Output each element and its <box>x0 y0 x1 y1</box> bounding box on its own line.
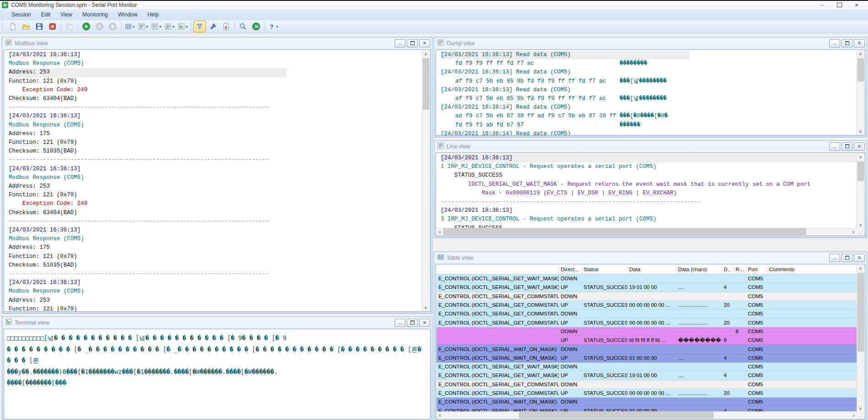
close-session-button[interactable] <box>46 21 59 32</box>
event-table[interactable]: Direct...StatusDataData (chars)D..R...Po… <box>437 265 857 412</box>
window-minimize-button[interactable] <box>813 1 831 9</box>
line-log[interactable]: [24/03/2021 16:36:13]1 IRP_MJ_DEVICE_CON… <box>436 153 857 228</box>
menu-monitoring[interactable]: Monitoring <box>77 10 113 20</box>
line-view-button[interactable]: ▾ <box>137 21 149 32</box>
panel-close-button[interactable] <box>419 39 430 47</box>
scrollbar-thumb[interactable] <box>857 162 864 181</box>
pause-monitoring-button[interactable] <box>93 21 106 32</box>
panel-close-button[interactable] <box>854 39 865 47</box>
help-button[interactable]: ?▾ <box>267 21 279 32</box>
scroll-down-icon[interactable] <box>422 304 429 311</box>
export-button[interactable] <box>220 21 232 32</box>
search-next-button[interactable] <box>250 21 263 32</box>
panel-minimize-button[interactable] <box>829 254 840 262</box>
panel-close-button[interactable] <box>854 142 865 151</box>
modbus-vertical-scrollbar[interactable] <box>422 50 430 311</box>
window-close-button[interactable] <box>848 1 865 9</box>
search-button[interactable] <box>237 21 249 32</box>
table-horizontal-scrollbar[interactable] <box>437 411 857 419</box>
modbus-log[interactable]: [24/03/2021 16:36:13]Modbus Response (CO… <box>4 50 422 311</box>
resize-grip[interactable] <box>857 412 864 419</box>
menu-session[interactable]: Session <box>6 10 36 20</box>
scroll-down-icon[interactable] <box>857 128 864 135</box>
table-vertical-scrollbar[interactable] <box>857 265 864 412</box>
panel-minimize-button[interactable] <box>395 39 405 47</box>
dump-view-button[interactable]: ▾ <box>150 21 163 32</box>
dump-header-line: [24/03/2021 16:36:14] Read data (COM5) <box>441 130 857 135</box>
column-header-comments[interactable]: Comments <box>767 265 857 274</box>
scrollbar-thumb[interactable] <box>857 58 864 81</box>
settings-button[interactable] <box>206 21 219 32</box>
table-row[interactable]: UPSTATUS_SUCCESSfd f9 f9 ff ff fd ...���… <box>437 336 857 345</box>
new-session-button[interactable] <box>6 21 19 32</box>
table-row[interactable]: E_CONTROL (IOCTL_SERIAL_GET_COMMSTATUS)U… <box>437 301 857 310</box>
panel-minimize-button[interactable] <box>395 319 405 327</box>
dump-vertical-scrollbar[interactable] <box>857 50 864 135</box>
panel-close-button[interactable] <box>419 319 430 327</box>
scrollbar-thumb[interactable] <box>857 273 864 352</box>
table-row[interactable]: E_CONTROL (IOCTL_SERIAL_GET_COMMSTATUS)D… <box>437 380 857 389</box>
panel-restore-button[interactable] <box>842 39 852 47</box>
terminal-log[interactable]: □□□□□□□□□□[녘� � � � � � � � � � � [녘� � … <box>4 329 430 419</box>
table-row[interactable]: E_CONTROL (IOCTL_SERIAL_WAIT_ON_MASK)DOW… <box>437 345 857 353</box>
scroll-left-icon[interactable] <box>437 412 443 419</box>
menu-window[interactable]: Window <box>113 10 142 20</box>
table-row[interactable]: E_CONTROL (IOCTL_SERIAL_WAIT_ON_MASK)UPS… <box>437 354 857 362</box>
table-view-button[interactable]: ▾ <box>123 21 136 32</box>
table-row[interactable]: E_CONTROL (IOCTL_SERIAL_GET_WAIT_MASK)DO… <box>437 274 857 283</box>
menu-view[interactable]: View <box>55 10 77 20</box>
scroll-up-icon[interactable] <box>857 153 864 160</box>
table-row[interactable]: E_CONTROL (IOCTL_SERIAL_GET_COMMSTATUS)U… <box>437 389 857 398</box>
table-cell: 19 01 00 00 <box>627 283 676 291</box>
resize-grip[interactable] <box>857 228 864 235</box>
line-horizontal-scrollbar[interactable] <box>437 228 857 235</box>
panel-minimize-button[interactable] <box>829 142 840 151</box>
table-row[interactable]: E_CONTROL (IOCTL_SERIAL_WAIT_ON_MASK)DOW… <box>437 398 857 406</box>
table-row[interactable]: E_CONTROL (IOCTL_SERIAL_GET_COMMSTATUS)D… <box>437 292 857 301</box>
copy-button[interactable] <box>63 21 76 32</box>
stop-monitoring-button[interactable] <box>106 21 119 32</box>
panel-close-button[interactable] <box>854 254 865 262</box>
panel-restore-button[interactable] <box>842 142 852 151</box>
column-header-direct[interactable]: Direct... <box>559 265 582 274</box>
scroll-left-icon[interactable] <box>437 228 443 235</box>
table-row[interactable]: DOWN8COM5 <box>437 327 857 336</box>
scroll-down-icon[interactable] <box>857 405 864 412</box>
terminal-view-button[interactable]: ▾ <box>176 21 189 32</box>
scroll-up-icon[interactable] <box>857 50 864 57</box>
column-header-r[interactable]: R... <box>734 265 746 274</box>
dump-log[interactable]: [24/03/2021 16:36:13] Read data (COM5)fd… <box>436 50 857 135</box>
scroll-right-icon[interactable] <box>850 228 857 235</box>
modbus-view-button[interactable]: ▾ <box>163 21 176 32</box>
panel-minimize-button[interactable] <box>829 39 840 47</box>
table-row[interactable]: E_CONTROL (IOCTL_SERIAL_GET_WAIT_MASK)DO… <box>437 362 857 371</box>
panel-restore-button[interactable] <box>407 39 418 47</box>
menu-help[interactable]: Help <box>142 10 164 20</box>
start-monitoring-button[interactable] <box>80 21 93 32</box>
scroll-down-icon[interactable] <box>857 221 864 228</box>
filter-button[interactable] <box>193 21 206 32</box>
scroll-up-icon[interactable] <box>422 50 429 57</box>
column-header-status[interactable]: Status <box>582 265 627 274</box>
panel-restore-button[interactable] <box>407 319 418 327</box>
table-row[interactable]: E_CONTROL (IOCTL_SERIAL_GET_WAIT_MASK)UP… <box>437 283 857 292</box>
scrollbar-thumb[interactable] <box>443 228 806 235</box>
open-session-button[interactable] <box>20 21 32 32</box>
save-session-button[interactable] <box>33 21 46 32</box>
column-header-data[interactable]: Data <box>627 265 676 274</box>
menu-edit[interactable]: Edit <box>36 10 56 20</box>
scroll-right-icon[interactable] <box>850 412 857 419</box>
column-header-data-chars[interactable]: Data (chars) <box>676 265 722 274</box>
column-header-d[interactable]: D.. <box>722 265 734 274</box>
scrollbar-thumb[interactable] <box>519 412 714 419</box>
column-header-port[interactable]: Port <box>746 265 767 274</box>
scroll-up-icon[interactable] <box>857 265 864 272</box>
line-vertical-scrollbar[interactable] <box>857 153 864 228</box>
window-maximize-button[interactable] <box>831 1 848 9</box>
scrollbar-thumb[interactable] <box>423 58 429 110</box>
table-row[interactable]: E_CONTROL (IOCTL_SERIAL_GET_WAIT_MASK)UP… <box>437 371 857 380</box>
column-header-blank[interactable] <box>437 265 559 274</box>
table-row[interactable]: E_CONTROL (IOCTL_SERIAL_GET_COMMSTATUS)U… <box>437 318 857 327</box>
table-row[interactable]: E_CONTROL (IOCTL_SERIAL_GET_COMMSTATUS)D… <box>437 310 857 318</box>
panel-restore-button[interactable] <box>842 254 852 262</box>
